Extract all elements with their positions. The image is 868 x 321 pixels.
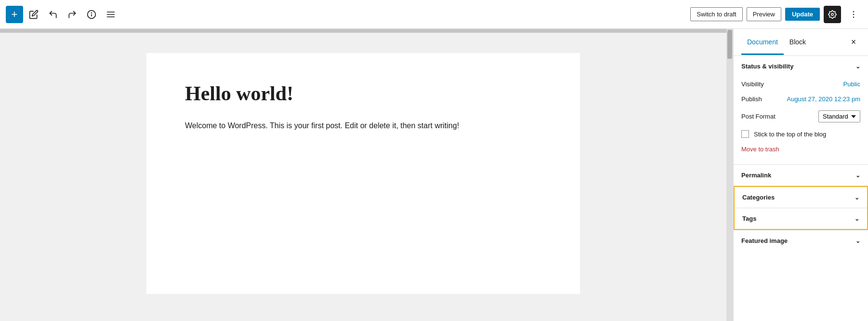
stick-row: Stick to the top of the blog bbox=[741, 126, 860, 142]
undo-icon bbox=[48, 10, 58, 19]
redo-button[interactable] bbox=[64, 6, 81, 23]
editor-area[interactable]: Hello world! Welcome to WordPress. This … bbox=[0, 29, 726, 321]
post-body[interactable]: Welcome to WordPress. This is your first… bbox=[185, 120, 541, 132]
sidebar-tabs: Document Block bbox=[741, 30, 847, 54]
permalink-section[interactable]: Permalink ⌄ bbox=[734, 165, 868, 186]
featured-image-section[interactable]: Featured image ⌄ bbox=[734, 230, 868, 251]
move-trash-button[interactable]: Move to trash bbox=[741, 142, 779, 157]
categories-tags-highlighted: Categories ⌄ Tags ⌄ bbox=[734, 186, 868, 230]
sidebar-close-button[interactable]: × bbox=[847, 36, 860, 49]
visibility-label: Visibility bbox=[741, 80, 764, 88]
tags-chevron: ⌄ bbox=[855, 215, 859, 222]
undo-button[interactable] bbox=[44, 6, 62, 23]
post-format-row: Post Format Standard bbox=[741, 107, 860, 126]
publish-label: Publish bbox=[741, 95, 762, 103]
preview-button[interactable]: Preview bbox=[747, 7, 781, 21]
svg-point-8 bbox=[853, 13, 855, 15]
categories-chevron: ⌄ bbox=[855, 194, 859, 201]
toolbar-right: Switch to draft Preview Update bbox=[690, 6, 862, 23]
main-area: Hello world! Welcome to WordPress. This … bbox=[0, 29, 868, 321]
tags-title: Tags bbox=[742, 215, 756, 222]
status-visibility-section: Status & visibility ⌄ Visibility Public … bbox=[734, 56, 868, 165]
sidebar-header: Document Block × bbox=[734, 29, 868, 56]
publish-row: Publish August 27, 2020 12:23 pm bbox=[741, 92, 860, 107]
sidebar: Document Block × Status & visibility ⌄ V… bbox=[733, 29, 868, 321]
status-visibility-content: Visibility Public Publish August 27, 202… bbox=[734, 77, 868, 164]
visibility-value[interactable]: Public bbox=[843, 80, 860, 88]
list-view-icon bbox=[106, 10, 116, 19]
tags-header[interactable]: Tags ⌄ bbox=[735, 208, 867, 229]
toolbar-left: + bbox=[6, 6, 688, 23]
svg-point-6 bbox=[831, 13, 834, 15]
list-view-button[interactable] bbox=[102, 6, 119, 23]
gear-icon bbox=[828, 10, 837, 19]
info-button[interactable] bbox=[83, 6, 100, 23]
post-title[interactable]: Hello world! bbox=[185, 82, 541, 105]
settings-button[interactable] bbox=[824, 6, 841, 23]
post-format-label: Post Format bbox=[741, 113, 776, 120]
status-visibility-title: Status & visibility bbox=[741, 63, 793, 70]
visibility-row: Visibility Public bbox=[741, 77, 860, 92]
categories-title: Categories bbox=[742, 194, 775, 201]
tab-document[interactable]: Document bbox=[741, 30, 784, 55]
more-options-button[interactable] bbox=[845, 6, 862, 23]
status-visibility-header[interactable]: Status & visibility ⌄ bbox=[734, 56, 868, 77]
scroll-thumb[interactable] bbox=[727, 30, 732, 59]
editor-top-bar bbox=[0, 29, 726, 33]
stick-label: Stick to the top of the blog bbox=[754, 131, 826, 138]
move-trash-row: Move to trash bbox=[741, 142, 860, 157]
editor-content[interactable]: Hello world! Welcome to WordPress. This … bbox=[146, 53, 580, 294]
categories-header[interactable]: Categories ⌄ bbox=[735, 187, 867, 208]
status-visibility-chevron: ⌄ bbox=[855, 63, 860, 70]
svg-point-7 bbox=[853, 11, 855, 12]
featured-image-title: Featured image bbox=[741, 237, 788, 244]
post-format-select[interactable]: Standard bbox=[818, 110, 860, 122]
permalink-title: Permalink bbox=[741, 172, 771, 179]
permalink-chevron: ⌄ bbox=[855, 172, 860, 179]
update-button[interactable]: Update bbox=[785, 8, 820, 21]
switch-to-draft-button[interactable]: Switch to draft bbox=[690, 7, 742, 21]
edit-icon-button[interactable] bbox=[25, 6, 42, 23]
svg-point-9 bbox=[853, 16, 855, 18]
stick-checkbox[interactable] bbox=[741, 130, 749, 138]
redo-icon bbox=[67, 10, 77, 19]
pencil-icon bbox=[29, 10, 39, 19]
publish-value[interactable]: August 27, 2020 12:23 pm bbox=[787, 95, 860, 103]
featured-image-chevron: ⌄ bbox=[855, 238, 860, 244]
tab-block[interactable]: Block bbox=[784, 30, 812, 55]
add-block-button[interactable]: + bbox=[6, 6, 23, 23]
toolbar: + bbox=[0, 0, 868, 29]
info-icon bbox=[87, 10, 96, 19]
more-vertical-icon bbox=[849, 10, 858, 19]
scroll-track[interactable] bbox=[726, 29, 733, 321]
